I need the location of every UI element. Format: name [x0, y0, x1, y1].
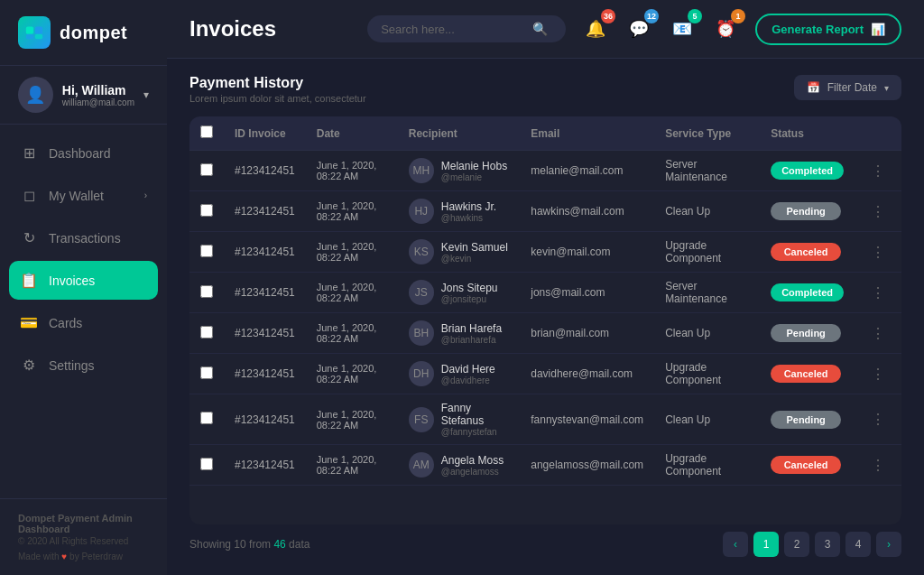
- table-body: #123412451 June 1, 2020, 08:22 AM MH Mel…: [189, 151, 901, 486]
- clock-icon-btn[interactable]: ⏰ 1: [709, 13, 742, 45]
- recipient-avatar: DH: [409, 361, 434, 386]
- row-checkbox[interactable]: [200, 326, 213, 339]
- sidebar-item-dashboard[interactable]: ⊞ Dashboard: [9, 134, 158, 172]
- email-count: 5: [688, 9, 702, 23]
- recipient-name: Angela Moss: [441, 454, 504, 467]
- row-checkbox[interactable]: [200, 163, 213, 176]
- footer-made: Made with ♥ by Peterdraw: [18, 552, 149, 561]
- section-header: Payment History Lorem ipsum dolor sit am…: [189, 75, 901, 104]
- row-more-button[interactable]: ⋮: [865, 161, 891, 181]
- page-2-button[interactable]: 2: [784, 532, 809, 557]
- invoice-date: June 1, 2020, 08:22 AM: [306, 151, 398, 191]
- sidebar-item-settings[interactable]: ⚙ Settings: [9, 346, 158, 385]
- recipient-handle: @brianharefa: [441, 335, 502, 345]
- table-row: #123412451 June 1, 2020, 08:22 AM DH Dav…: [189, 354, 901, 394]
- prev-page-button[interactable]: ‹: [723, 532, 748, 557]
- chart-icon: 📊: [871, 23, 885, 36]
- row-checkbox[interactable]: [200, 285, 213, 298]
- invoice-id: #123412451: [224, 273, 306, 313]
- invoice-id: #123412451: [224, 191, 306, 232]
- sidebar-item-my-wallet[interactable]: ◻ My Wallet ›: [9, 176, 158, 215]
- row-more-button[interactable]: ⋮: [865, 455, 891, 476]
- status-badge: Canceled: [771, 243, 841, 261]
- status-cell: Canceled: [760, 354, 855, 394]
- invoices-icon: 📋: [20, 272, 38, 289]
- invoices-table-container: ID Invoice Date Recipient Email Service …: [189, 116, 901, 524]
- page-title: Invoices: [189, 16, 354, 42]
- table-row: #123412451 June 1, 2020, 08:22 AM MH Mel…: [189, 151, 901, 191]
- col-service: Service Type: [654, 116, 760, 151]
- recipient-name: Fanny Stefanus: [441, 402, 509, 427]
- status-cell: Pending: [760, 191, 855, 232]
- recipient-name: Melanie Hobs: [441, 160, 507, 172]
- recipient-name: Kevin Samuel: [441, 241, 508, 254]
- search-bar[interactable]: 🔍: [367, 15, 566, 42]
- sidebar-item-invoices[interactable]: 📋 Invoices: [9, 261, 158, 300]
- page-1-button[interactable]: 1: [753, 532, 779, 557]
- next-page-button[interactable]: ›: [876, 532, 901, 557]
- search-input[interactable]: [381, 23, 525, 36]
- search-icon: 🔍: [532, 22, 548, 36]
- recipient-cell: KS Kevin Samuel @kevin: [398, 232, 520, 273]
- footer-company: Dompet Payment Admin Dashboard: [18, 513, 149, 534]
- recipient-avatar: MH: [409, 158, 434, 183]
- notification-bell[interactable]: 🔔 36: [579, 13, 612, 45]
- settings-icon: ⚙: [20, 357, 38, 374]
- chevron-down-icon[interactable]: ▾: [143, 88, 149, 101]
- user-info: Hi, William william@mail.com: [62, 83, 134, 107]
- row-more-button[interactable]: ⋮: [865, 201, 891, 222]
- row-checkbox[interactable]: [200, 204, 213, 217]
- row-more-button[interactable]: ⋮: [865, 364, 891, 385]
- filter-btn-label: Filter Date: [827, 81, 877, 94]
- service-type: Upgrade Component: [654, 354, 760, 394]
- user-section[interactable]: 👤 Hi, William william@mail.com ▾: [0, 65, 167, 125]
- col-date: Date: [306, 116, 398, 151]
- main-content: Invoices 🔍 🔔 36 💬 12 📧 5 ⏰ 1: [167, 0, 924, 575]
- sidebar-item-transactions[interactable]: ↻ Transactions: [9, 218, 158, 257]
- col-status: Status: [760, 116, 855, 151]
- sidebar-item-label: Settings: [49, 358, 147, 373]
- message-icon-btn[interactable]: 💬 12: [623, 13, 655, 45]
- table-row: #123412451 June 1, 2020, 08:22 AM KS Kev…: [189, 232, 901, 273]
- recipient-handle: @jonsitepu: [441, 294, 498, 304]
- recipient-handle: @angelamoss: [441, 467, 504, 477]
- invoice-date: June 1, 2020, 08:22 AM: [306, 232, 398, 273]
- col-email: Email: [520, 116, 654, 151]
- pagination-controls: ‹ 1 2 3 4 ›: [723, 532, 901, 557]
- filter-date-button[interactable]: 📅 Filter Date ▾: [794, 75, 901, 100]
- service-type: Upgrade Component: [654, 445, 760, 486]
- email-icon-btn[interactable]: 📧 5: [666, 13, 698, 45]
- chat-icon: 💬: [629, 19, 649, 39]
- dashboard-icon: ⊞: [20, 144, 38, 162]
- row-checkbox[interactable]: [200, 412, 213, 424]
- row-more-button[interactable]: ⋮: [865, 323, 891, 344]
- content-area: Payment History Lorem ipsum dolor sit am…: [167, 59, 924, 575]
- row-checkbox[interactable]: [200, 245, 213, 257]
- select-all-checkbox[interactable]: [200, 125, 213, 138]
- generate-report-button[interactable]: Generate Report 📊: [755, 14, 901, 45]
- row-more-button[interactable]: ⋮: [865, 409, 891, 430]
- row-more-button[interactable]: ⋮: [865, 242, 891, 263]
- recipient-name: Brian Harefa: [441, 322, 502, 335]
- svg-rect-2: [26, 34, 33, 40]
- col-recipient: Recipient: [398, 116, 520, 151]
- sidebar: dompet 👤 Hi, William william@mail.com ▾ …: [0, 0, 167, 575]
- service-type: Clean Up: [654, 191, 760, 232]
- table-row: #123412451 June 1, 2020, 08:22 AM FS Fan…: [189, 394, 901, 445]
- table-row: #123412451 June 1, 2020, 08:22 AM HJ Haw…: [189, 191, 901, 232]
- service-type: Clean Up: [654, 313, 760, 354]
- row-checkbox[interactable]: [200, 458, 213, 470]
- row-checkbox[interactable]: [200, 366, 213, 379]
- sidebar-item-cards[interactable]: 💳 Cards: [9, 303, 158, 342]
- recipient-avatar: HJ: [409, 199, 434, 224]
- page-4-button[interactable]: 4: [845, 532, 871, 557]
- chevron-right-icon: ›: [144, 190, 147, 200]
- page-3-button[interactable]: 3: [815, 532, 840, 557]
- invoice-id: #123412451: [224, 354, 306, 394]
- invoice-date: June 1, 2020, 08:22 AM: [306, 313, 398, 354]
- recipient-cell: HJ Hawkins Jr. @hawkins: [398, 191, 520, 232]
- generate-report-label: Generate Report: [772, 23, 864, 36]
- logo-area: dompet: [0, 0, 167, 65]
- row-more-button[interactable]: ⋮: [865, 283, 891, 303]
- cards-icon: 💳: [20, 314, 38, 331]
